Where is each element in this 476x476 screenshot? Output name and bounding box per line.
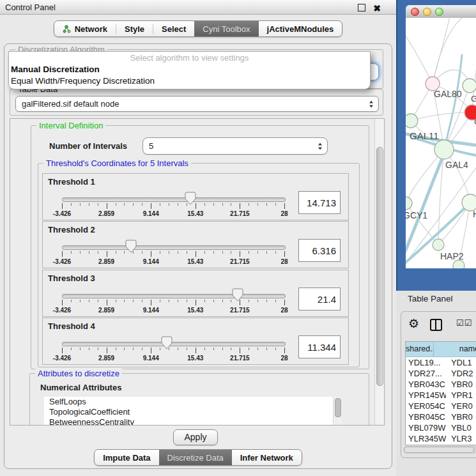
network-canvas[interactable]: GAL80GACGAL11GAL4GCY1HHAP2 <box>406 18 476 268</box>
cell-shared-name[interactable]: YBR043C <box>406 379 446 390</box>
cell-shared-name[interactable]: YDL19... <box>406 357 446 368</box>
tab-cyni-toolbox[interactable]: Cyni Toolbox <box>194 21 258 36</box>
network-node[interactable] <box>433 239 444 250</box>
slider-track[interactable] <box>62 342 286 346</box>
gear-icon[interactable]: ⚙ <box>408 317 419 331</box>
cell-shared-name[interactable]: YIL052C <box>406 444 446 445</box>
threshold-2-value-field[interactable]: 6.316 <box>298 239 341 262</box>
float-window-icon[interactable] <box>358 4 365 12</box>
network-node[interactable] <box>406 197 412 210</box>
attributes-scrollbar[interactable] <box>333 397 342 426</box>
cell-name[interactable]: YDL1 <box>446 357 476 368</box>
dropdown-option-equal-width-frequency[interactable]: Equal Width/Frequency Discretization <box>9 75 370 87</box>
cell-name[interactable]: YBR0 <box>446 379 476 390</box>
cell-name[interactable]: YIL0 <box>446 444 476 445</box>
tick-mark <box>266 203 267 206</box>
tab-jactivemnodules[interactable]: jActiveMNodules <box>259 21 342 36</box>
network-window-titlebar[interactable] <box>406 5 476 19</box>
column-header-name[interactable]: name <box>434 342 476 357</box>
tab-select[interactable]: Select <box>153 21 194 36</box>
threshold-1-value-field[interactable]: 14.713 <box>298 191 341 214</box>
tab-style[interactable]: Style <box>116 21 153 36</box>
table-data-combobox[interactable]: galFiltered.sif default node <box>15 96 379 112</box>
cell-name[interactable]: YDR2 <box>446 368 476 379</box>
tick-mark <box>133 348 134 350</box>
table-row[interactable]: YBL079WYBL0 <box>406 422 476 433</box>
network-node-label: GAL11 <box>410 130 439 141</box>
tick-mark <box>169 300 169 302</box>
threshold-3-slider[interactable]: -3.4262.8599.14415.4321.71528 <box>62 289 284 315</box>
cell-shared-name[interactable]: YER054C <box>406 401 446 411</box>
cell-shared-name[interactable]: YBR045C <box>406 411 446 422</box>
numerical-attributes-list[interactable]: SelfLoopsTopologicalCoefficientBetweenne… <box>44 397 342 426</box>
attribute-list-item[interactable]: SelfLoops <box>44 397 342 407</box>
table-row[interactable]: YER054CYER0 <box>406 401 476 411</box>
tick-mark <box>249 251 249 254</box>
tab-impute-data[interactable]: Impute Data <box>95 450 158 465</box>
tick-mark <box>169 348 169 350</box>
table-row[interactable]: YBR045CYBR0 <box>406 411 476 422</box>
tab-network[interactable]: Network <box>54 21 116 36</box>
cell-name[interactable]: YER0 <box>446 401 476 411</box>
close-traffic-light-icon[interactable] <box>411 8 419 16</box>
control-panel-title: Control Panel <box>5 3 56 12</box>
split-view-icon[interactable] <box>430 319 442 331</box>
cell-name[interactable]: YPR1 <box>446 390 476 401</box>
tab-infer-network[interactable]: Infer Network <box>232 450 302 465</box>
threshold-4-slider[interactable]: -3.4262.8599.14415.4321.71528 <box>62 337 284 363</box>
table-row[interactable]: YBR043CYBR0 <box>406 379 476 390</box>
tick-mark <box>240 300 240 305</box>
threshold-3-value-field[interactable]: 21.4 <box>298 288 341 311</box>
tick-mark <box>151 251 151 257</box>
cell-name[interactable]: YBR0 <box>446 411 476 422</box>
slider-track[interactable] <box>62 197 286 202</box>
table-row[interactable]: YPR145WYPR1 <box>406 390 476 401</box>
zoom-traffic-light-icon[interactable] <box>435 8 443 16</box>
table-row[interactable]: YDR27...YDR2 <box>406 368 476 379</box>
cell-shared-name[interactable]: YBL079W <box>406 422 446 433</box>
dropdown-option-manual-discretization[interactable]: Manual Discretization <box>9 64 370 75</box>
close-icon[interactable]: ✖ <box>373 1 381 16</box>
settings-vertical-scrollbar[interactable] <box>374 119 384 425</box>
network-edge[interactable] <box>433 18 450 84</box>
attribute-list-item[interactable]: TopologicalCoefficient <box>44 407 342 417</box>
tick-mark <box>196 348 196 353</box>
tick-mark <box>80 251 81 254</box>
minimize-traffic-light-icon[interactable] <box>423 8 431 16</box>
threshold-2-slider[interactable]: -3.4262.8599.14415.4321.71528 <box>62 241 284 266</box>
checkbox-icons[interactable]: ☑☑ <box>456 318 472 328</box>
tick-mark <box>231 300 231 302</box>
tick-mark <box>142 203 142 206</box>
attribute-list-item[interactable]: BetweennessCentrality <box>44 417 342 426</box>
slider-track[interactable] <box>62 294 286 298</box>
tick-mark <box>257 203 258 206</box>
tick-mark <box>62 251 63 257</box>
network-edge[interactable] <box>406 31 433 84</box>
tick-mark <box>275 251 276 254</box>
network-node[interactable] <box>406 114 418 128</box>
slider-track[interactable] <box>62 245 286 250</box>
cell-shared-name[interactable]: YDR27... <box>406 368 446 379</box>
threshold-1-slider[interactable]: -3.4262.8599.14415.4321.71528 <box>62 193 284 219</box>
tick-mark <box>80 300 81 302</box>
network-edge-highlighted[interactable] <box>444 55 462 150</box>
column-header-shared-name[interactable]: shared... <box>406 342 434 357</box>
network-edge[interactable] <box>411 112 472 121</box>
cell-shared-name[interactable]: YPR145W <box>406 390 446 401</box>
table-row[interactable]: YIL052CYIL0 <box>406 444 476 445</box>
cell-shared-name[interactable]: YLR345W <box>406 433 446 444</box>
cell-name[interactable]: YBL0 <box>446 422 476 433</box>
apply-button[interactable]: Apply <box>173 429 218 445</box>
threshold-4-value-field[interactable]: 11.344 <box>298 335 341 358</box>
table-horizontal-scrollbar[interactable] <box>403 446 476 454</box>
tab-discretize-data[interactable]: Discretize Data <box>159 450 232 465</box>
tick-mark <box>142 348 142 350</box>
network-node[interactable] <box>463 79 476 93</box>
number-of-intervals-combobox[interactable]: 5 <box>142 137 328 155</box>
network-edge[interactable] <box>433 18 466 84</box>
table-row[interactable]: YDL19...YDL1 <box>406 357 476 368</box>
network-node[interactable] <box>434 140 454 159</box>
tick-mark <box>240 348 240 353</box>
cell-name[interactable]: YLR3 <box>446 433 476 444</box>
table-row[interactable]: YLR345WYLR3 <box>406 433 476 444</box>
